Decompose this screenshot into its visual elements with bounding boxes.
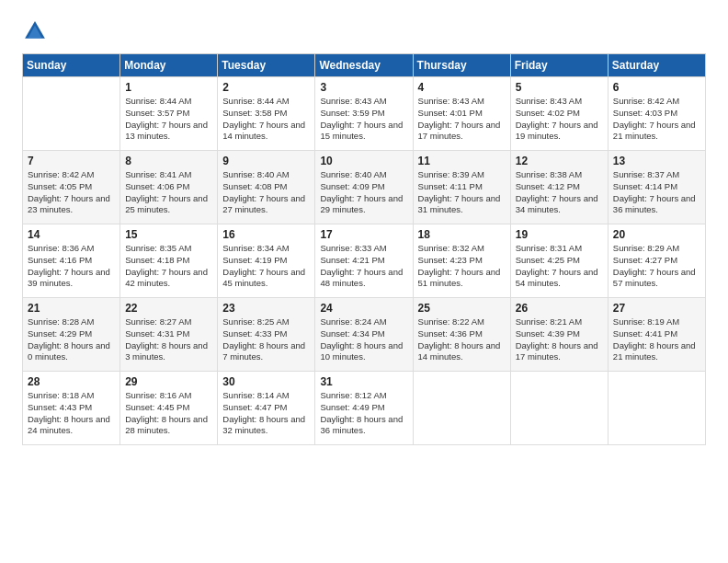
day-number: 16 <box>222 228 310 241</box>
header-day-wednesday: Wednesday <box>315 54 413 77</box>
header-day-tuesday: Tuesday <box>218 54 315 77</box>
day-number: 23 <box>222 302 310 315</box>
cell-content: Sunrise: 8:43 AMSunset: 3:59 PMDaylight:… <box>320 96 407 143</box>
calendar-cell <box>23 77 120 151</box>
cell-content: Sunrise: 8:43 AMSunset: 4:01 PMDaylight:… <box>418 96 506 143</box>
day-number: 31 <box>320 375 407 388</box>
calendar-cell: 12Sunrise: 8:38 AMSunset: 4:12 PMDayligh… <box>510 151 608 224</box>
cell-content: Sunrise: 8:18 AMSunset: 4:43 PMDaylight:… <box>28 390 115 437</box>
calendar-cell: 7Sunrise: 8:42 AMSunset: 4:05 PMDaylight… <box>23 151 120 224</box>
calendar-cell: 23Sunrise: 8:25 AMSunset: 4:33 PMDayligh… <box>218 298 315 372</box>
day-number: 19 <box>516 228 603 241</box>
header-day-monday: Monday <box>120 54 218 77</box>
calendar-cell: 15Sunrise: 8:35 AMSunset: 4:18 PMDayligh… <box>120 224 218 298</box>
day-number: 22 <box>125 302 212 315</box>
header-row: SundayMondayTuesdayWednesdayThursdayFrid… <box>23 54 706 77</box>
calendar-cell: 1Sunrise: 8:44 AMSunset: 3:57 PMDaylight… <box>120 77 218 151</box>
header-day-thursday: Thursday <box>413 54 510 77</box>
calendar-cell: 9Sunrise: 8:40 AMSunset: 4:08 PMDaylight… <box>218 151 315 224</box>
calendar-cell: 28Sunrise: 8:18 AMSunset: 4:43 PMDayligh… <box>23 372 120 445</box>
logo <box>22 18 51 44</box>
calendar-cell: 16Sunrise: 8:34 AMSunset: 4:19 PMDayligh… <box>218 224 315 298</box>
day-number: 11 <box>418 155 506 167</box>
day-number: 1 <box>125 81 212 94</box>
day-number: 7 <box>28 155 115 167</box>
cell-content: Sunrise: 8:19 AMSunset: 4:41 PMDaylight:… <box>613 316 700 363</box>
day-number: 8 <box>125 155 212 167</box>
day-number: 2 <box>222 81 310 94</box>
cell-content: Sunrise: 8:25 AMSunset: 4:33 PMDaylight:… <box>222 316 310 363</box>
cell-content: Sunrise: 8:28 AMSunset: 4:29 PMDaylight:… <box>28 316 115 363</box>
day-number: 6 <box>613 81 700 94</box>
cell-content: Sunrise: 8:32 AMSunset: 4:23 PMDaylight:… <box>418 243 506 290</box>
cell-content: Sunrise: 8:35 AMSunset: 4:18 PMDaylight:… <box>125 243 212 290</box>
day-number: 25 <box>418 302 506 315</box>
day-number: 28 <box>28 375 115 388</box>
cell-content: Sunrise: 8:36 AMSunset: 4:16 PMDaylight:… <box>28 243 115 290</box>
calendar-cell: 11Sunrise: 8:39 AMSunset: 4:11 PMDayligh… <box>413 151 510 224</box>
calendar-cell: 21Sunrise: 8:28 AMSunset: 4:29 PMDayligh… <box>23 298 120 372</box>
calendar-cell: 24Sunrise: 8:24 AMSunset: 4:34 PMDayligh… <box>315 298 413 372</box>
cell-content: Sunrise: 8:37 AMSunset: 4:14 PMDaylight:… <box>613 169 700 216</box>
day-number: 18 <box>418 228 506 241</box>
day-number: 26 <box>516 302 603 315</box>
day-number: 27 <box>613 302 700 315</box>
cell-content: Sunrise: 8:21 AMSunset: 4:39 PMDaylight:… <box>516 316 603 363</box>
day-number: 5 <box>516 81 603 94</box>
page: SundayMondayTuesdayWednesdayThursdayFrid… <box>0 0 728 563</box>
week-row-5: 28Sunrise: 8:18 AMSunset: 4:43 PMDayligh… <box>23 372 706 445</box>
cell-content: Sunrise: 8:14 AMSunset: 4:47 PMDaylight:… <box>222 390 310 437</box>
calendar-cell: 6Sunrise: 8:42 AMSunset: 4:03 PMDaylight… <box>608 77 705 151</box>
cell-content: Sunrise: 8:33 AMSunset: 4:21 PMDaylight:… <box>320 243 407 290</box>
day-number: 15 <box>125 228 212 241</box>
calendar-cell: 20Sunrise: 8:29 AMSunset: 4:27 PMDayligh… <box>608 224 705 298</box>
header-day-saturday: Saturday <box>608 54 705 77</box>
calendar-table: SundayMondayTuesdayWednesdayThursdayFrid… <box>22 53 706 445</box>
calendar-cell: 8Sunrise: 8:41 AMSunset: 4:06 PMDaylight… <box>120 151 218 224</box>
calendar-cell <box>608 372 705 445</box>
cell-content: Sunrise: 8:40 AMSunset: 4:09 PMDaylight:… <box>320 169 407 216</box>
week-row-3: 14Sunrise: 8:36 AMSunset: 4:16 PMDayligh… <box>23 224 706 298</box>
calendar-cell: 10Sunrise: 8:40 AMSunset: 4:09 PMDayligh… <box>315 151 413 224</box>
calendar-cell: 31Sunrise: 8:12 AMSunset: 4:49 PMDayligh… <box>315 372 413 445</box>
day-number: 29 <box>125 375 212 388</box>
header-day-friday: Friday <box>510 54 608 77</box>
calendar-cell: 14Sunrise: 8:36 AMSunset: 4:16 PMDayligh… <box>23 224 120 298</box>
calendar-cell <box>413 372 510 445</box>
calendar-cell: 30Sunrise: 8:14 AMSunset: 4:47 PMDayligh… <box>218 372 315 445</box>
cell-content: Sunrise: 8:41 AMSunset: 4:06 PMDaylight:… <box>125 169 212 216</box>
calendar-cell <box>510 372 608 445</box>
calendar-cell: 17Sunrise: 8:33 AMSunset: 4:21 PMDayligh… <box>315 224 413 298</box>
cell-content: Sunrise: 8:44 AMSunset: 3:57 PMDaylight:… <box>125 96 212 143</box>
cell-content: Sunrise: 8:27 AMSunset: 4:31 PMDaylight:… <box>125 316 212 363</box>
day-number: 20 <box>613 228 700 241</box>
cell-content: Sunrise: 8:22 AMSunset: 4:36 PMDaylight:… <box>418 316 506 363</box>
calendar-cell: 29Sunrise: 8:16 AMSunset: 4:45 PMDayligh… <box>120 372 218 445</box>
day-number: 13 <box>613 155 700 167</box>
cell-content: Sunrise: 8:40 AMSunset: 4:08 PMDaylight:… <box>222 169 310 216</box>
day-number: 30 <box>222 375 310 388</box>
calendar-cell: 4Sunrise: 8:43 AMSunset: 4:01 PMDaylight… <box>413 77 510 151</box>
cell-content: Sunrise: 8:44 AMSunset: 3:58 PMDaylight:… <box>222 96 310 143</box>
day-number: 14 <box>28 228 115 241</box>
calendar-cell: 13Sunrise: 8:37 AMSunset: 4:14 PMDayligh… <box>608 151 705 224</box>
calendar-cell: 19Sunrise: 8:31 AMSunset: 4:25 PMDayligh… <box>510 224 608 298</box>
calendar-cell: 3Sunrise: 8:43 AMSunset: 3:59 PMDaylight… <box>315 77 413 151</box>
cell-content: Sunrise: 8:42 AMSunset: 4:05 PMDaylight:… <box>28 169 115 216</box>
day-number: 3 <box>320 81 407 94</box>
cell-content: Sunrise: 8:16 AMSunset: 4:45 PMDaylight:… <box>125 390 212 437</box>
week-row-1: 1Sunrise: 8:44 AMSunset: 3:57 PMDaylight… <box>23 77 706 151</box>
week-row-2: 7Sunrise: 8:42 AMSunset: 4:05 PMDaylight… <box>23 151 706 224</box>
day-number: 21 <box>28 302 115 315</box>
cell-content: Sunrise: 8:31 AMSunset: 4:25 PMDaylight:… <box>516 243 603 290</box>
cell-content: Sunrise: 8:42 AMSunset: 4:03 PMDaylight:… <box>613 96 700 143</box>
logo-icon <box>22 18 48 44</box>
day-number: 9 <box>222 155 310 167</box>
calendar-cell: 18Sunrise: 8:32 AMSunset: 4:23 PMDayligh… <box>413 224 510 298</box>
calendar-cell: 25Sunrise: 8:22 AMSunset: 4:36 PMDayligh… <box>413 298 510 372</box>
calendar-cell: 26Sunrise: 8:21 AMSunset: 4:39 PMDayligh… <box>510 298 608 372</box>
calendar-cell: 27Sunrise: 8:19 AMSunset: 4:41 PMDayligh… <box>608 298 705 372</box>
calendar-cell: 22Sunrise: 8:27 AMSunset: 4:31 PMDayligh… <box>120 298 218 372</box>
cell-content: Sunrise: 8:12 AMSunset: 4:49 PMDaylight:… <box>320 390 407 437</box>
calendar-cell: 5Sunrise: 8:43 AMSunset: 4:02 PMDaylight… <box>510 77 608 151</box>
